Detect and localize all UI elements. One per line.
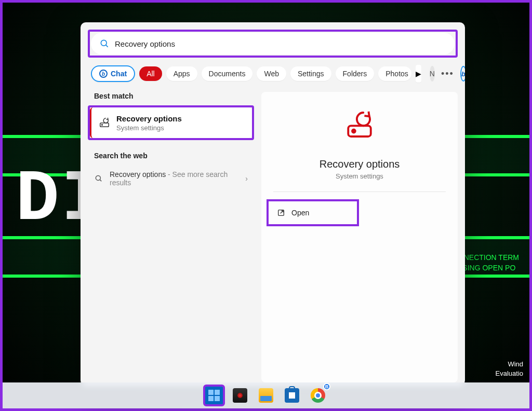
camera-icon: [233, 388, 247, 403]
chrome-badge: B: [323, 383, 330, 390]
taskbar-app-chrome[interactable]: B: [307, 385, 329, 406]
best-match-title: Recovery options: [116, 114, 182, 124]
filter-folders[interactable]: Folders: [336, 66, 375, 81]
open-label: Open: [291, 209, 309, 217]
filter-settings[interactable]: Settings: [290, 66, 331, 81]
chrome-icon: [311, 388, 325, 403]
svg-point-4: [96, 175, 100, 180]
svg-point-0: [101, 40, 107, 46]
open-external-icon: [277, 209, 285, 217]
filter-photos[interactable]: Photos: [378, 66, 411, 81]
filter-chat[interactable]: bChat: [91, 65, 135, 82]
filter-apps[interactable]: Apps: [166, 66, 197, 81]
detail-pane: Recovery options System settings Open: [261, 92, 458, 382]
filter-web[interactable]: Web: [257, 66, 286, 81]
search-input[interactable]: [115, 39, 446, 48]
taskbar-app-explorer[interactable]: [255, 385, 277, 406]
open-button[interactable]: Open: [269, 201, 357, 224]
recovery-large-icon: [344, 109, 375, 140]
taskbar-app-store[interactable]: [281, 385, 303, 406]
search-filters: bChat All Apps Documents Web Settings Fo…: [91, 65, 458, 83]
search-web-heading: Search the web: [94, 152, 254, 160]
svg-point-7: [352, 130, 355, 133]
svg-line-5: [100, 180, 101, 181]
chevron-right-icon: ›: [245, 174, 248, 183]
taskbar: B: [3, 382, 529, 408]
windows-logo-icon: [208, 390, 220, 401]
bing-icon: b: [99, 70, 108, 78]
taskbar-app-camera[interactable]: [229, 385, 251, 406]
bing-button[interactable]: b: [460, 66, 465, 81]
web-result[interactable]: Recovery options - See more search resul…: [88, 165, 254, 192]
detail-subtitle: System settings: [336, 172, 383, 180]
filter-all[interactable]: All: [139, 66, 162, 81]
recovery-icon: [99, 117, 110, 128]
start-search-panel: bChat All Apps Documents Web Settings Fo…: [81, 22, 465, 386]
folder-icon: [259, 388, 273, 403]
search-icon: [99, 38, 110, 49]
filter-more-button[interactable]: ▶: [416, 65, 421, 83]
store-icon: [285, 388, 299, 403]
windows-watermark: Wind Evaluatio: [496, 360, 523, 378]
svg-point-3: [102, 125, 103, 126]
start-button[interactable]: [203, 385, 225, 406]
search-icon: [94, 174, 103, 183]
best-match-heading: Best match: [94, 92, 254, 100]
best-match-result[interactable]: Recovery options System settings: [90, 107, 252, 138]
overflow-menu-button[interactable]: •••: [439, 68, 456, 79]
user-avatar[interactable]: N: [430, 66, 435, 81]
detail-title: Recovery options: [320, 158, 400, 170]
best-match-subtitle: System settings: [116, 124, 182, 132]
web-result-text: Recovery options - See more search resul…: [110, 170, 239, 187]
filter-documents[interactable]: Documents: [202, 66, 253, 81]
search-box[interactable]: [91, 33, 455, 54]
svg-line-1: [106, 45, 108, 47]
